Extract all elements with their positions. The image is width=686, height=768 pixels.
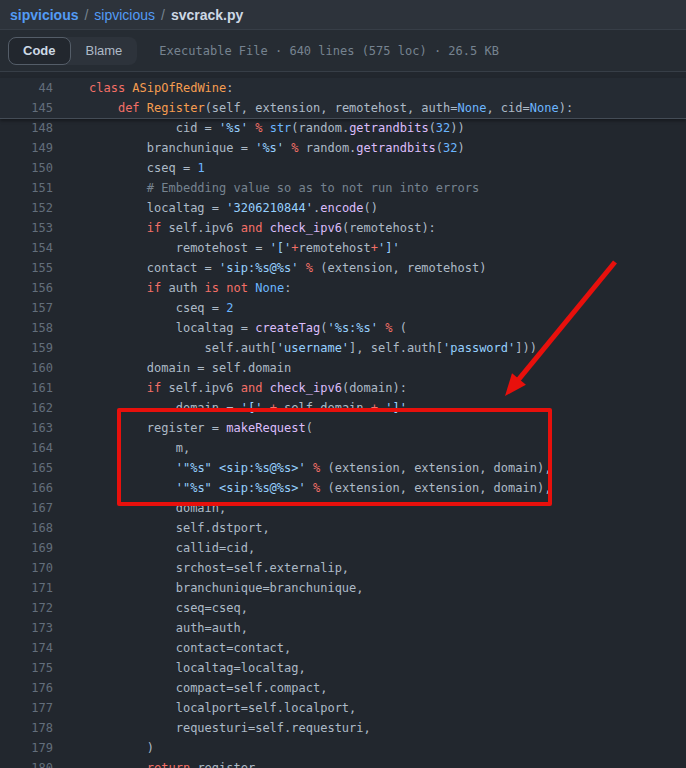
- code-text: '"%s" <sip:%s@%s>' % (extension, extensi…: [53, 458, 551, 478]
- breadcrumb-separator: /: [161, 7, 165, 23]
- line-number[interactable]: 149: [0, 138, 53, 158]
- line-number[interactable]: 162: [0, 398, 53, 418]
- line-number[interactable]: 154: [0, 238, 53, 258]
- tab-blame[interactable]: Blame: [71, 37, 138, 65]
- line-number[interactable]: 44: [0, 78, 53, 98]
- code-text: callid=cid,: [53, 538, 255, 558]
- line-number[interactable]: 163: [0, 418, 53, 438]
- code-viewer: 148 cid = '%s' % str(random.getrandbits(…: [0, 72, 686, 768]
- code-text: branchunique=branchunique,: [53, 578, 364, 598]
- code-text: compact=self.compact,: [53, 678, 327, 698]
- line-number[interactable]: 169: [0, 538, 53, 558]
- code-text: localtag = '3206210844'.encode(): [53, 198, 378, 218]
- line-number[interactable]: 152: [0, 198, 53, 218]
- line-number[interactable]: 158: [0, 318, 53, 338]
- code-line: 177 localport=self.localport,: [0, 698, 686, 718]
- code-text: domain = self.domain: [53, 358, 291, 378]
- code-line: 160 domain = self.domain: [0, 358, 686, 378]
- code-line: 159 self.auth['username'], self.auth['pa…: [0, 338, 686, 358]
- code-text: localport=self.localport,: [53, 698, 356, 718]
- code-text: if auth is not None:: [53, 278, 291, 298]
- line-number[interactable]: 160: [0, 358, 53, 378]
- breadcrumb-repo-link[interactable]: sipvicious: [94, 7, 155, 23]
- code-text: localtag=localtag,: [53, 658, 306, 678]
- code-line: 161 if self.ipv6 and check_ipv6(domain):: [0, 378, 686, 398]
- code-line: 166 '"%s" <sip:%s@%s>' % (extension, ext…: [0, 478, 686, 498]
- code-line: 171 branchunique=branchunique,: [0, 578, 686, 598]
- line-number[interactable]: 173: [0, 618, 53, 638]
- code-text: if self.ipv6 and check_ipv6(remotehost):: [53, 218, 436, 238]
- line-number[interactable]: 153: [0, 218, 53, 238]
- line-number[interactable]: 148: [0, 118, 53, 138]
- code-text: ): [53, 738, 154, 758]
- line-number[interactable]: 164: [0, 438, 53, 458]
- code-text: domain,: [53, 498, 226, 518]
- line-number[interactable]: 156: [0, 278, 53, 298]
- code-text: srchost=self.externalip,: [53, 558, 349, 578]
- code-text: class ASipOfRedWine:: [53, 78, 234, 98]
- line-number[interactable]: 151: [0, 178, 53, 198]
- code-text: auth=auth,: [53, 618, 248, 638]
- code-line: 176 compact=self.compact,: [0, 678, 686, 698]
- code-text: cseq = 1: [53, 158, 205, 178]
- line-number[interactable]: 172: [0, 598, 53, 618]
- line-number[interactable]: 171: [0, 578, 53, 598]
- code-line: 157 cseq = 2: [0, 298, 686, 318]
- code-line: 167 domain,: [0, 498, 686, 518]
- code-text: self.auth['username'], self.auth['passwo…: [53, 338, 537, 358]
- line-number[interactable]: 145: [0, 98, 53, 118]
- code-text: return register: [53, 758, 255, 768]
- code-line: 180 return register: [0, 758, 686, 768]
- code-text: register = makeRequest(: [53, 418, 313, 438]
- line-number[interactable]: 175: [0, 658, 53, 678]
- line-number[interactable]: 166: [0, 478, 53, 498]
- code-text: contact = 'sip:%s@%s' % (extension, remo…: [53, 258, 486, 278]
- code-line: 163 register = makeRequest(: [0, 418, 686, 438]
- code-text: cseq = 2: [53, 298, 234, 318]
- line-number[interactable]: 176: [0, 678, 53, 698]
- code-line: 162 domain = '[' + self.domain + ']': [0, 398, 686, 418]
- line-number[interactable]: 161: [0, 378, 53, 398]
- code-line: 165 '"%s" <sip:%s@%s>' % (extension, ext…: [0, 458, 686, 478]
- code-line: 156 if auth is not None:: [0, 278, 686, 298]
- code-text: if self.ipv6 and check_ipv6(domain):: [53, 378, 407, 398]
- file-meta-info: Executable File · 640 lines (575 loc) · …: [159, 44, 499, 58]
- code-text: branchunique = '%s' % random.getrandbits…: [53, 138, 465, 158]
- code-text: requesturi=self.requesturi,: [53, 718, 371, 738]
- breadcrumb-org-link[interactable]: sipvicious: [10, 7, 78, 23]
- line-number[interactable]: 165: [0, 458, 53, 478]
- line-number[interactable]: 180: [0, 758, 53, 768]
- line-number[interactable]: 155: [0, 258, 53, 278]
- line-number[interactable]: 157: [0, 298, 53, 318]
- code-text: self.dstport,: [53, 518, 270, 538]
- code-text: contact=contact,: [53, 638, 291, 658]
- code-line: 168 self.dstport,: [0, 518, 686, 538]
- code-line: 170 srchost=self.externalip,: [0, 558, 686, 578]
- code-line: 149 branchunique = '%s' % random.getrand…: [0, 138, 686, 158]
- code-line: 164 m,: [0, 438, 686, 458]
- code-line: 152 localtag = '3206210844'.encode(): [0, 198, 686, 218]
- line-number[interactable]: 150: [0, 158, 53, 178]
- line-number[interactable]: 170: [0, 558, 53, 578]
- code-line: 154 remotehost = '['+remotehost+']': [0, 238, 686, 258]
- line-number[interactable]: 167: [0, 498, 53, 518]
- code-text: remotehost = '['+remotehost+']': [53, 238, 400, 258]
- code-text: '"%s" <sip:%s@%s>' % (extension, extensi…: [53, 478, 551, 498]
- line-number[interactable]: 168: [0, 518, 53, 538]
- line-number[interactable]: 159: [0, 338, 53, 358]
- code-line: 158 localtag = createTag('%s:%s' % (: [0, 318, 686, 338]
- code-line: 150 cseq = 1: [0, 158, 686, 178]
- file-toolbar: Code Blame Executable File · 640 lines (…: [0, 30, 686, 72]
- code-line: 179 ): [0, 738, 686, 758]
- line-number[interactable]: 174: [0, 638, 53, 658]
- line-number[interactable]: 178: [0, 718, 53, 738]
- code-line: 148 cid = '%s' % str(random.getrandbits(…: [0, 118, 686, 138]
- line-number[interactable]: 179: [0, 738, 53, 758]
- line-number[interactable]: 177: [0, 698, 53, 718]
- tab-code[interactable]: Code: [8, 37, 71, 65]
- code-text: cseq=cseq,: [53, 598, 248, 618]
- code-lines-container: 148 cid = '%s' % str(random.getrandbits(…: [0, 118, 686, 768]
- code-text: def Register(self, extension, remotehost…: [53, 98, 573, 118]
- code-line: 173 auth=auth,: [0, 618, 686, 638]
- code-line: 153 if self.ipv6 and check_ipv6(remoteho…: [0, 218, 686, 238]
